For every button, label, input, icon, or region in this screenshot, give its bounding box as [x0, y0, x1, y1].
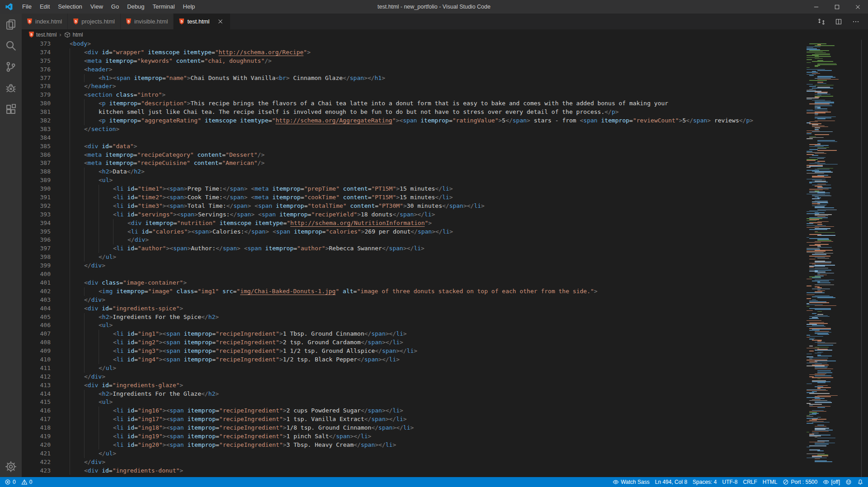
code-line[interactable]: 387<meta itemprop="recipeCuisine" conten… — [22, 159, 868, 168]
line-number[interactable]: 400 — [22, 270, 61, 279]
status-item-ln-494-col-8[interactable]: Ln 494, Col 8 — [652, 477, 690, 487]
code-line[interactable]: 417<li id="ing17"><span itemprop="recipe… — [22, 415, 868, 424]
line-number[interactable]: 420 — [22, 441, 61, 450]
ellipsis-editor-action-button[interactable] — [851, 17, 861, 27]
code-line[interactable]: 386<meta itemprop="recipeCategory" conte… — [22, 151, 868, 159]
code-line[interactable]: 382<p itemprop="aggregateRating" itemsco… — [22, 117, 868, 125]
menu-item-file[interactable]: File — [18, 0, 36, 14]
maximize-button[interactable] — [826, 0, 847, 14]
code-line[interactable]: 375<meta itemprop="keywords" content="ch… — [22, 57, 868, 66]
code-line[interactable]: 407<li id="ing1"><span itemprop="recipeI… — [22, 330, 868, 338]
menu-item-edit[interactable]: Edit — [36, 0, 54, 14]
code-line[interactable]: 390<li id="time1"><span>Prep Time:</span… — [22, 185, 868, 193]
activity-explorer-button[interactable] — [0, 14, 22, 35]
line-number[interactable]: 403 — [22, 296, 61, 304]
line-number[interactable]: 399 — [22, 262, 61, 270]
line-number[interactable]: 417 — [22, 415, 61, 424]
code-line[interactable]: 388<h2>Data</h2> — [22, 168, 868, 176]
code-line[interactable]: 401<div class="image-container"> — [22, 279, 868, 287]
editor[interactable]: 373<body>374<div id="wrapper" itemscope … — [22, 40, 868, 477]
line-number[interactable]: 395 — [22, 228, 61, 236]
status-item-spaces-4[interactable]: Spaces: 4 — [690, 477, 719, 487]
code-line[interactable]: 394<div itemprop="nutrition" itemscope i… — [22, 219, 868, 228]
line-number[interactable]: 381 — [22, 108, 61, 117]
code-area[interactable]: 373<body>374<div id="wrapper" itemscope … — [22, 40, 868, 475]
line-number[interactable]: 415 — [22, 398, 61, 407]
code-line[interactable]: 420<li id="ing20"><span itemprop="recipe… — [22, 441, 868, 450]
close-icon[interactable] — [217, 18, 225, 26]
minimize-button[interactable] — [806, 0, 826, 14]
status-item--off-[interactable]: [off] — [820, 477, 843, 487]
swap-editor-action-button[interactable] — [816, 17, 826, 27]
menu-item-selection[interactable]: Selection — [54, 0, 86, 14]
line-number[interactable]: 391 — [22, 193, 61, 202]
line-number[interactable]: 378 — [22, 82, 61, 91]
code-line[interactable]: 416<li id="ing16"><span itemprop="recipe… — [22, 407, 868, 415]
line-number[interactable]: 376 — [22, 66, 61, 74]
code-line[interactable]: 397<li id="author"><span>Author:</span> … — [22, 244, 868, 253]
line-number[interactable]: 401 — [22, 279, 61, 287]
code-line[interactable]: 410<li id="ing4"><span itemprop="recipeI… — [22, 356, 868, 364]
line-number[interactable]: 413 — [22, 381, 61, 390]
line-number[interactable]: 406 — [22, 321, 61, 330]
menu-item-terminal[interactable]: Terminal — [148, 0, 179, 14]
line-number[interactable]: 392 — [22, 202, 61, 211]
line-number[interactable]: 408 — [22, 338, 61, 347]
status-item-0[interactable]: 0 — [19, 477, 35, 487]
line-number[interactable]: 414 — [22, 390, 61, 398]
code-line[interactable]: 411</ul> — [22, 364, 868, 373]
code-line[interactable]: 393<li id="servings"><span>Servings:</sp… — [22, 211, 868, 219]
line-number[interactable]: 373 — [22, 40, 61, 48]
line-number[interactable]: 422 — [22, 458, 61, 467]
line-number[interactable]: 386 — [22, 151, 61, 159]
code-line[interactable]: 418<li id="ing18"><span itemprop="recipe… — [22, 424, 868, 432]
line-number[interactable]: 387 — [22, 159, 61, 168]
line-number[interactable]: 418 — [22, 424, 61, 432]
activity-debug-button[interactable] — [0, 77, 22, 98]
code-line[interactable]: 380<p itemprop="description">This recipe… — [22, 99, 868, 108]
line-number[interactable]: 382 — [22, 117, 61, 125]
code-line[interactable]: 383</section> — [22, 125, 868, 134]
code-line[interactable]: 421</ul> — [22, 450, 868, 458]
line-number[interactable]: 405 — [22, 313, 61, 322]
line-number[interactable]: 397 — [22, 244, 61, 253]
line-number[interactable]: 419 — [22, 432, 61, 441]
split-editor-action-button[interactable] — [834, 17, 844, 27]
status-item-html[interactable]: HTML — [760, 477, 780, 487]
code-line[interactable]: 414<h2>Ingredients For the Glaze</h2> — [22, 390, 868, 398]
line-number[interactable]: 377 — [22, 74, 61, 83]
status-item-smiley[interactable] — [843, 477, 854, 487]
line-number[interactable]: 421 — [22, 450, 61, 458]
code-line[interactable]: 381kitchen smell just like Chai tea. The… — [22, 108, 868, 117]
menu-item-debug[interactable]: Debug — [123, 0, 148, 14]
status-item-bell[interactable] — [854, 477, 866, 487]
code-line[interactable]: 402<img itemprop="image" class="img1" sr… — [22, 287, 868, 296]
code-line[interactable]: 403</div> — [22, 296, 868, 304]
status-item-utf-8[interactable]: UTF-8 — [719, 477, 740, 487]
code-line[interactable]: 404<div id="ingredients-spice"> — [22, 304, 868, 313]
code-line[interactable]: 415<ul> — [22, 398, 868, 407]
line-number[interactable]: 404 — [22, 304, 61, 313]
line-number[interactable]: 416 — [22, 407, 61, 415]
activity-source-control-button[interactable] — [0, 56, 22, 77]
code-line[interactable]: 373<body> — [22, 40, 868, 48]
code-line[interactable]: 391<li id="time2"><span>Cook Time:</span… — [22, 193, 868, 202]
menu-item-go[interactable]: Go — [107, 0, 123, 14]
line-number[interactable]: 383 — [22, 125, 61, 134]
activity-search-button[interactable] — [0, 35, 22, 56]
line-number[interactable]: 409 — [22, 347, 61, 356]
code-line[interactable]: 376<header> — [22, 66, 868, 74]
menu-item-view[interactable]: View — [86, 0, 107, 14]
code-line[interactable]: 389<ul> — [22, 176, 868, 185]
line-number[interactable]: 407 — [22, 330, 61, 338]
line-number[interactable]: 374 — [22, 48, 61, 57]
line-number[interactable]: 423 — [22, 467, 61, 475]
code-line[interactable]: 422</div> — [22, 458, 868, 467]
line-number[interactable]: 389 — [22, 176, 61, 185]
line-number[interactable]: 384 — [22, 134, 61, 142]
line-number[interactable]: 385 — [22, 142, 61, 151]
line-number[interactable]: 375 — [22, 57, 61, 66]
code-line[interactable]: 385<div id="data"> — [22, 142, 868, 151]
code-line[interactable]: 413<div id="ingredients-glaze"> — [22, 381, 868, 390]
code-line[interactable]: 405<h2>Ingredients For the Spice</h2> — [22, 313, 868, 322]
